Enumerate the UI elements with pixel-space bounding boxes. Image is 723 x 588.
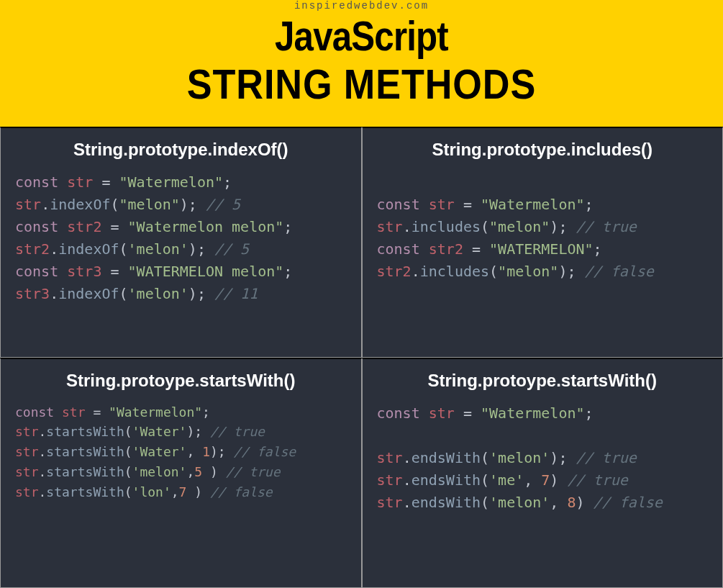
code-line: str3.indexOf('melon'); // 11 bbox=[15, 283, 347, 305]
code-line: str2.indexOf('melon'); // 5 bbox=[15, 238, 347, 261]
code-line: str.endsWith('melon', 8) // false bbox=[377, 492, 709, 514]
code-line: const str = "Watermelon"; bbox=[15, 171, 347, 194]
code-line: const str = "Watermelon"; bbox=[377, 402, 709, 425]
title-line-2: STRING METHODS bbox=[36, 60, 687, 108]
code-line: const str = "Watermelon"; bbox=[377, 194, 709, 216]
code-block: const str = "Watermelon";str.includes("m… bbox=[377, 171, 709, 283]
code-line: str.endsWith('melon'); // true bbox=[377, 447, 709, 469]
code-line: str.startsWith('lon',7 ) // false bbox=[15, 482, 347, 502]
cell-title: String.protoype.startsWith() bbox=[377, 371, 709, 391]
header: inspiredwebdev.com JavaScript STRING MET… bbox=[0, 0, 723, 127]
example-cell: String.prototype.indexOf()const str = "W… bbox=[0, 127, 362, 358]
code-line: const str3 = "WATERMELON melon"; bbox=[15, 261, 347, 283]
code-block: const str = "Watermelon"; str.endsWith('… bbox=[377, 402, 709, 514]
code-line: str.indexOf("melon"); // 5 bbox=[15, 194, 347, 216]
example-cell: String.protoype.startsWith()const str = … bbox=[0, 358, 362, 589]
code-line: const str = "Watermelon"; bbox=[15, 402, 347, 422]
examples-grid: String.prototype.indexOf()const str = "W… bbox=[0, 127, 723, 588]
code-block: const str = "Watermelon";str.startsWith(… bbox=[15, 402, 347, 502]
code-line: const str2 = "Watermelon melon"; bbox=[15, 216, 347, 238]
title-line-1: JavaScript bbox=[54, 12, 668, 60]
example-cell: String.prototype.includes() const str = … bbox=[362, 127, 724, 358]
code-line: str.startsWith('Water'); // true bbox=[15, 422, 347, 442]
code-block: const str = "Watermelon";str.indexOf("me… bbox=[15, 171, 347, 305]
cell-title: String.prototype.includes() bbox=[377, 140, 709, 160]
example-cell: String.protoype.startsWith()const str = … bbox=[362, 358, 724, 589]
code-line: str.startsWith('Water', 1); // false bbox=[15, 442, 347, 462]
code-line bbox=[377, 171, 709, 194]
code-line: str.endsWith('me', 7) // true bbox=[377, 469, 709, 492]
code-line: const str2 = "WATERMELON"; bbox=[377, 238, 709, 261]
code-line: str.includes("melon"); // true bbox=[377, 216, 709, 238]
site-url: inspiredwebdev.com bbox=[0, 0, 723, 12]
code-line: str.startsWith('melon',5 ) // true bbox=[15, 462, 347, 482]
cell-title: String.protoype.startsWith() bbox=[15, 371, 347, 391]
code-line: str2.includes("melon"); // false bbox=[377, 261, 709, 283]
code-line bbox=[377, 425, 709, 447]
cell-title: String.prototype.indexOf() bbox=[15, 140, 347, 160]
